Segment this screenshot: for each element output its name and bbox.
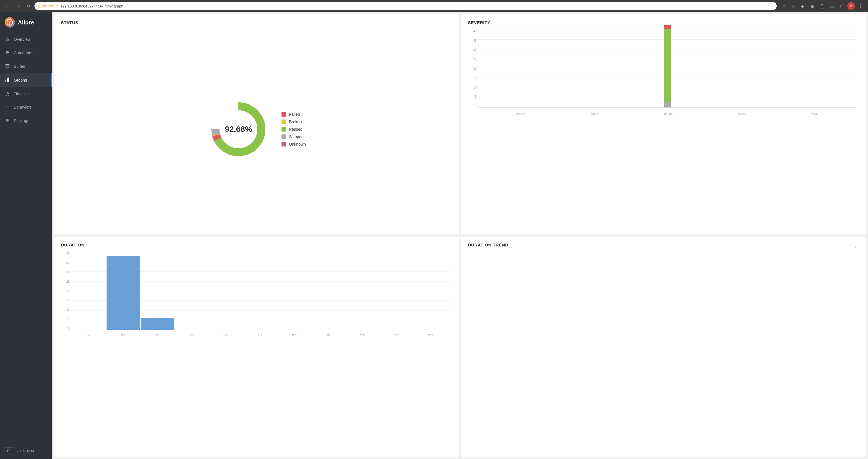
nav-items: ⌂ Overview ⚑ Categories Suites (0, 33, 52, 442)
x-3ms: 3ms (175, 333, 208, 336)
x-6ms: 6ms (277, 333, 311, 336)
svg-rect-4 (5, 80, 6, 82)
packages-icon: ⊞ (5, 118, 10, 123)
trend-content (468, 252, 859, 451)
puzzle-button[interactable]: ▣ (808, 2, 816, 10)
sidebar-item-behaviors[interactable]: ≡ Behaviors (0, 100, 52, 114)
svg-rect-2 (5, 65, 9, 66)
y-label-40: 40 (468, 30, 476, 33)
sidebar-item-graphs-label: Graphs (14, 78, 27, 83)
dur-bar-0s (72, 252, 106, 330)
logo-text: Allure (18, 19, 34, 26)
sidebar-item-packages-label: Packages (14, 118, 31, 123)
svg-rect-5 (7, 79, 8, 82)
sidebar-logo: Allure (0, 12, 52, 33)
skipped-label: Skipped (289, 134, 304, 139)
reload-button[interactable]: ↻ (24, 2, 32, 10)
x-0s: 0s (72, 333, 106, 336)
behaviors-icon: ≡ (5, 104, 10, 110)
drag-handle-icon: ⋮⋮ (847, 242, 859, 249)
y-label-5: 5 (468, 95, 476, 98)
severity-panel: SEVERITY 0 5 10 15 20 25 30 35 40 (461, 14, 866, 234)
unknown-label: Unknown (289, 142, 306, 147)
collapse-button[interactable]: ‹ Collapse (17, 449, 34, 453)
severity-chart-area (478, 30, 856, 108)
browser-chrome: ← → ↻ △ Not Secure 192.168.0.39:64599/in… (0, 0, 868, 12)
y-label-30: 30 (468, 48, 476, 52)
duration-y-axis: 0 5 10 15 20 25 30 35 40 (61, 252, 69, 330)
sidebar-item-categories[interactable]: ⚑ Categories (0, 46, 52, 59)
dur-bar-10ms (414, 252, 448, 330)
dur-bar-7ms (312, 252, 345, 330)
y-label-20: 20 (468, 67, 476, 70)
logo-icon (5, 17, 15, 28)
forward-button[interactable]: → (14, 2, 22, 10)
timeline-icon: ◔ (5, 91, 10, 96)
menu-button[interactable]: ⋮ (857, 2, 865, 10)
duration-x-labels: 0s 1ms 2ms 3ms 4ms 5ms 6ms 7ms 8ms 9ms 1… (71, 331, 449, 338)
legend-skipped: Skipped (281, 134, 306, 139)
share-button[interactable]: ↗ (779, 2, 787, 10)
dur-bar-5ms (243, 252, 277, 330)
status-content: 92.68% Failed Broken Passed (61, 30, 452, 228)
bar-normal (664, 30, 671, 108)
duration-trend-title: DURATION TREND (468, 242, 508, 247)
address-bar[interactable]: △ Not Secure 192.168.0.39:64599/index.ht… (34, 2, 777, 10)
broken-label: Broken (289, 120, 302, 124)
sidebar-footer: En ‹ Collapse (0, 442, 52, 459)
x-label-critical: critical (591, 113, 599, 116)
dur-bar-4ms (209, 252, 243, 330)
x-5ms: 5ms (243, 333, 277, 336)
cast-button[interactable]: ▭ (828, 2, 836, 10)
sidebar-item-timeline[interactable]: ◔ Timeline (0, 87, 52, 100)
svg-rect-3 (5, 67, 9, 67)
x-10ms: 10ms (414, 333, 448, 336)
duration-content: 0 5 10 15 20 25 30 35 40 (61, 252, 452, 451)
sidebar-item-overview[interactable]: ⌂ Overview (0, 33, 52, 46)
legend-failed: Failed (281, 112, 306, 117)
failed-label: Failed (289, 112, 300, 117)
user-avatar[interactable]: A (847, 2, 855, 10)
x-2ms: 2ms (141, 333, 174, 336)
tablet-button[interactable]: ◻ (838, 2, 846, 10)
language-button[interactable]: En (5, 448, 14, 454)
app-layout: Allure ⌂ Overview ⚑ Categories Suit (0, 12, 868, 459)
sidebar-item-suites[interactable]: Suites (0, 59, 52, 73)
dur-bar-6ms (277, 252, 311, 330)
sidebar-item-packages[interactable]: ⊞ Packages (0, 114, 52, 127)
not-secure-indicator: △ Not Secure (38, 4, 59, 8)
status-legend: Failed Broken Passed Skipped (281, 112, 306, 147)
graphs-icon (5, 77, 10, 83)
broken-color (281, 120, 286, 124)
severity-y-axis: 0 5 10 15 20 25 30 35 40 (468, 30, 476, 108)
bookmark-button[interactable]: ☆ (789, 2, 797, 10)
x-label-minor: minor (739, 113, 746, 116)
sidebar-item-suites-label: Suites (14, 64, 25, 69)
collapse-label: Collapse (20, 449, 34, 453)
account-button[interactable]: ◯ (818, 2, 826, 10)
x-8ms: 8ms (346, 333, 379, 336)
collapse-arrow-icon: ‹ (17, 449, 18, 453)
sidebar-item-categories-label: Categories (14, 51, 33, 55)
x-1ms: 1ms (106, 333, 140, 336)
donut-chart: 92.68% (207, 98, 270, 161)
y-label-35: 35 (468, 39, 476, 42)
x-label-trivial: trivial (811, 113, 817, 116)
x-7ms: 7ms (312, 333, 345, 336)
legend-unknown: Unknown (281, 142, 306, 147)
extensions-button[interactable]: ◆ (799, 2, 807, 10)
unknown-color (281, 142, 286, 147)
sidebar-item-timeline-label: Timeline (14, 92, 29, 96)
duration-title: DURATION (61, 242, 452, 247)
duration-chart-area (71, 252, 449, 330)
skipped-color (281, 134, 286, 139)
severity-title: SEVERITY (468, 20, 859, 25)
dur-bar-9ms (380, 252, 413, 330)
duration-trend-panel: DURATION TREND ⋮⋮ (461, 237, 866, 457)
y-label-25: 25 (468, 58, 476, 61)
back-button[interactable]: ← (3, 2, 11, 10)
x-label-normal: normal (664, 113, 673, 116)
svg-rect-6 (8, 78, 9, 82)
passed-label: Passed (289, 127, 303, 131)
sidebar-item-graphs[interactable]: Graphs (0, 73, 52, 87)
